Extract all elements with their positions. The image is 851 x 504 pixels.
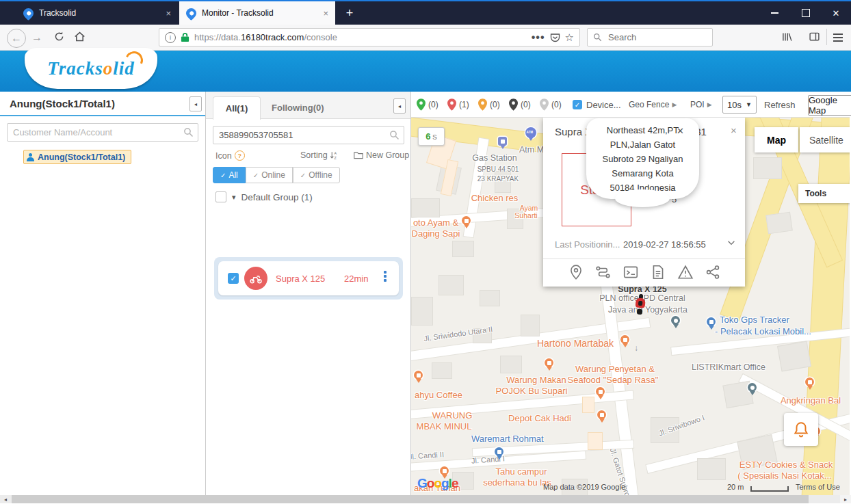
coffee-pin[interactable] (805, 377, 814, 386)
reload-icon[interactable] (53, 31, 65, 45)
poi-layer-menu[interactable]: POI ▶ (690, 92, 712, 118)
forward-icon[interactable]: → (31, 31, 42, 44)
icon-toggle[interactable]: Icon ? (215, 150, 245, 161)
browser-tab-monitor[interactable]: Monitor - Tracksolid × (179, 1, 335, 25)
map-building (432, 362, 452, 379)
tools-button[interactable]: Tools (798, 184, 850, 203)
collapse-panel-button[interactable]: ◂ (189, 96, 202, 111)
device-name[interactable]: Supra X 125 (276, 274, 325, 284)
filter-all[interactable]: ✓All (213, 167, 246, 183)
tab-close-icon[interactable]: × (323, 8, 328, 18)
browser-search-input[interactable] (607, 31, 698, 43)
url-bar[interactable]: i https://data.16180track.com/console ••… (159, 28, 580, 47)
restaurant-pin[interactable] (545, 358, 553, 367)
sidebar-icon[interactable] (809, 31, 820, 45)
tooltip-close-icon[interactable]: ✕ (677, 124, 684, 138)
status-pin-red[interactable]: (1) (447, 92, 469, 118)
google-logo[interactable]: Google (417, 476, 458, 491)
command-terminal-icon[interactable] (623, 264, 639, 280)
customer-search-input[interactable] (12, 127, 183, 138)
scroll-left-arrow[interactable]: ◂ (0, 495, 11, 503)
window-close-button[interactable]: ✕ (822, 1, 850, 25)
customer-search[interactable] (7, 123, 198, 142)
expand-chevron-icon[interactable] (726, 238, 736, 250)
share-icon[interactable] (705, 264, 721, 280)
filter-online[interactable]: ✓Online (246, 167, 293, 183)
google-map-button[interactable]: Google Map (808, 95, 851, 116)
customer-tree-item[interactable]: Anung(Stock1/Total1) (23, 150, 131, 164)
menu-icon[interactable] (833, 31, 843, 44)
device-layer-toggle[interactable]: ✓ Device... (573, 92, 621, 118)
poi-label: ESTY Cookies & Snack (739, 460, 833, 470)
collapse-panel-button[interactable]: ◂ (393, 98, 406, 114)
horizontal-scrollbar[interactable]: ◂ ▸ (0, 495, 851, 503)
sorting-button[interactable]: Sorting AZ (300, 150, 339, 160)
device-card[interactable]: ✓ Supra X 125 22min (214, 257, 403, 300)
browser-window: Tracksolid × Monitor - Tracksolid × + ✕ … (0, 0, 851, 504)
browser-search[interactable] (587, 28, 713, 47)
bookmark-star-icon[interactable]: ☆ (565, 31, 574, 44)
device-menu-icon[interactable] (384, 269, 387, 283)
restaurant-pin[interactable] (620, 335, 629, 344)
message-doc-icon[interactable] (650, 264, 666, 280)
vehicle-marker-icon[interactable] (635, 293, 646, 315)
group-checkbox[interactable] (215, 191, 226, 202)
refresh-interval-select[interactable]: 10s▼ (722, 92, 757, 118)
tab-following[interactable]: Following(0) (265, 96, 331, 119)
generic-pin[interactable] (748, 383, 757, 392)
gas-station-pin[interactable] (498, 137, 507, 146)
pocket-icon[interactable] (550, 32, 560, 42)
refresh-button[interactable]: Refresh (764, 92, 796, 118)
restaurant-pin[interactable] (440, 466, 449, 475)
filter-offline[interactable]: ✓Offline (293, 167, 340, 183)
new-group-button[interactable]: New Group (354, 150, 409, 160)
store-pin[interactable] (707, 317, 716, 326)
status-pin-green[interactable]: (0) (417, 92, 438, 118)
popup-close-icon[interactable]: × (731, 124, 737, 136)
atm-pin[interactable] (525, 127, 536, 138)
alert-bell-button[interactable] (784, 413, 818, 446)
tab-close-icon[interactable]: × (166, 8, 171, 18)
status-pin-orange[interactable]: (0) (478, 92, 500, 118)
home-icon[interactable] (74, 31, 86, 45)
browser-tab-tracksolid[interactable]: Tracksolid × (16, 1, 178, 25)
tracksolid-logo[interactable]: Tracksolid (25, 48, 157, 89)
help-circle-icon[interactable]: ? (235, 150, 245, 161)
new-tab-button[interactable]: + (341, 5, 358, 21)
minimize-button[interactable] (761, 1, 788, 25)
track-route-icon[interactable] (595, 264, 612, 280)
status-pin-gray[interactable]: (0) (540, 92, 562, 118)
restaurant-pin[interactable] (462, 216, 471, 225)
terms-link[interactable]: Terms of Use (796, 483, 840, 491)
tab-title: Monitor - Tracksolid (202, 8, 274, 18)
restaurant-pin[interactable] (596, 387, 605, 396)
scrollbar-thumb[interactable] (12, 495, 809, 503)
device-layer-checkbox[interactable]: ✓ (573, 100, 582, 109)
map-canvas[interactable]: Gas Station SPBU 44 501 23 KRAPYAK Atm M… (411, 118, 850, 495)
page-actions-icon[interactable]: ••• (532, 31, 545, 44)
status-pin-black[interactable]: (0) (509, 92, 531, 118)
generic-pin[interactable] (671, 316, 680, 325)
library-icon[interactable] (781, 31, 793, 45)
device-checkbox[interactable]: ✓ (228, 273, 239, 284)
geofence-layer-menu[interactable]: Geo Fence ▶ (629, 92, 677, 118)
coffee-pin[interactable] (414, 371, 423, 380)
map-type-satellite-button[interactable]: Satellite (800, 127, 850, 152)
group-row[interactable]: ▾ Default Group (1) (215, 191, 313, 202)
maximize-button[interactable] (792, 1, 820, 25)
tab-all[interactable]: All(1) (213, 96, 261, 120)
map-type-map-button[interactable]: Map (755, 127, 798, 152)
search-icon[interactable] (389, 130, 400, 140)
locate-icon[interactable] (568, 264, 584, 280)
scroll-right-arrow[interactable]: ▸ (840, 495, 851, 503)
site-info-icon[interactable]: i (165, 32, 176, 43)
alarm-warning-icon[interactable] (677, 264, 694, 280)
restaurant-pin[interactable] (597, 410, 606, 419)
store-pin[interactable] (495, 447, 503, 456)
back-icon[interactable]: ← (7, 29, 26, 48)
browser-titlebar: Tracksolid × Monitor - Tracksolid × + ✕ (0, 1, 851, 25)
chevron-down-icon[interactable]: ▾ (232, 193, 236, 202)
device-search[interactable] (213, 126, 404, 144)
device-search-input[interactable] (218, 129, 389, 141)
search-icon[interactable] (183, 127, 194, 137)
